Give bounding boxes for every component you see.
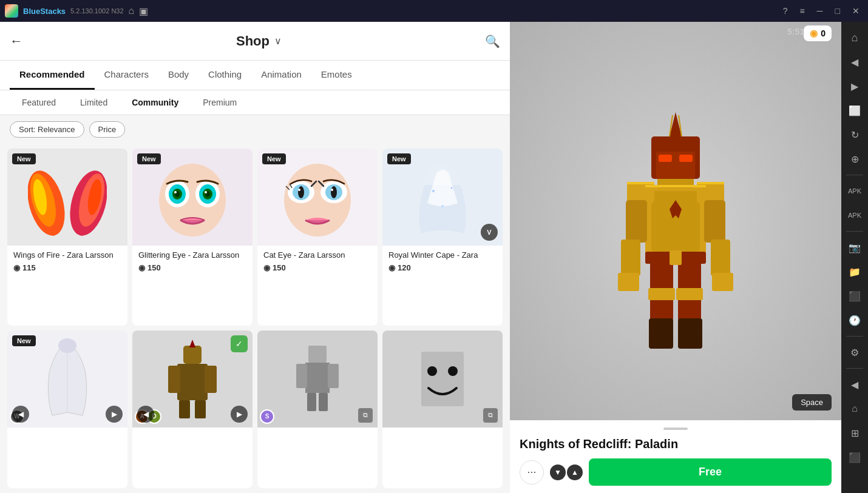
sort-bar: Sort: Relevance Price — [0, 115, 510, 144]
category-tabs: Recommended Characters Body Clothing Ani… — [0, 61, 510, 90]
product-image-2: New — [132, 149, 253, 246]
sidebar-camera-icon[interactable]: 📷 — [844, 236, 866, 258]
sidebar-folder-icon[interactable]: 📁 — [844, 261, 866, 283]
svg-point-28 — [451, 187, 453, 189]
svg-point-46 — [448, 366, 458, 376]
robux-counter-fixed: ◉ 0 — [804, 25, 832, 41]
product-name-2: Glittering Eye - Zara Larsson — [138, 250, 246, 261]
product-card-4[interactable]: New V Royal Winter Cape - Zara ◉ 120 — [382, 149, 503, 326]
svg-rect-76 — [697, 182, 724, 184]
subtab-community[interactable]: Community — [120, 90, 191, 115]
product-image-4: New V — [382, 149, 503, 246]
home-icon[interactable]: ⌂ — [129, 5, 135, 16]
sidebar-clock-icon[interactable]: 🕐 — [844, 309, 866, 331]
svg-rect-35 — [179, 400, 190, 418]
tab-characters[interactable]: Characters — [95, 61, 158, 90]
back-button[interactable]: ← — [10, 33, 23, 49]
shop-header: ← Shop ∨ 🔍 — [0, 22, 510, 61]
play-left-button-5[interactable]: ◀ — [12, 406, 29, 423]
sidebar-nav-back-icon[interactable]: ◀ — [844, 374, 866, 395]
product-card-2[interactable]: New Glittering Eye - Zara Larsson ◉ 150 — [132, 149, 253, 326]
svg-rect-72 — [679, 155, 693, 162]
dropdown-icon[interactable]: ∨ — [274, 35, 282, 47]
robux-coin-icon: ◉ — [810, 28, 818, 39]
multiinstance-icon[interactable]: ▣ — [139, 5, 148, 17]
product-card-6[interactable]: A D ✓ ◀ ▶ — [132, 330, 253, 488]
sidebar-help-icon[interactable]: ⌂ — [844, 27, 866, 49]
play-right-button-5[interactable]: ▶ — [106, 406, 123, 423]
play-left-button-6[interactable]: ◀ — [137, 406, 154, 423]
svg-rect-56 — [712, 273, 733, 291]
new-badge-2: New — [137, 153, 161, 164]
space-badge: Space — [792, 394, 832, 411]
sidebar-divider-3 — [846, 336, 863, 337]
sidebar-forward-icon[interactable]: ▶ — [844, 75, 866, 97]
tab-animation[interactable]: Animation — [251, 61, 311, 90]
tab-clothing[interactable]: Clothing — [198, 61, 251, 90]
price-value-1: 115 — [22, 263, 36, 272]
help-button[interactable]: ? — [779, 5, 792, 17]
svg-rect-32 — [177, 364, 208, 400]
svg-rect-60 — [676, 288, 703, 300]
copy-icon-7: ⧉ — [358, 408, 373, 423]
product-card-1[interactable]: New Wings of Fire - Zara Larsson ◉ 115 — [7, 149, 127, 326]
product-card-8[interactable]: ⧉ — [382, 330, 503, 488]
sidebar-tiles-icon[interactable]: ⊞ — [844, 422, 866, 444]
maximize-button[interactable]: □ — [832, 5, 844, 17]
search-button[interactable]: 🔍 — [485, 34, 500, 49]
sidebar-divider-2 — [846, 231, 863, 232]
svg-point-11 — [174, 191, 177, 193]
product-card-5[interactable]: New W ◀ ▶ — [7, 330, 127, 488]
brand-name: BlueStacks — [23, 7, 66, 16]
drag-handle — [663, 428, 688, 430]
more-options-button[interactable]: ··· — [520, 460, 544, 485]
svg-point-30 — [58, 338, 76, 353]
sidebar-home-icon[interactable]: ⌂ — [844, 398, 866, 420]
sidebar-refresh-icon[interactable]: ↻ — [844, 124, 866, 146]
sort-price-button[interactable]: Price — [89, 121, 126, 138]
sidebar-screenshot-icon[interactable]: ⬛ — [844, 446, 866, 468]
product-card-3[interactable]: New Cat Eye - Zara Larsson ◉ 150 — [257, 149, 378, 326]
minimize-button[interactable]: ─ — [813, 5, 827, 17]
checkmark-6: ✓ — [231, 335, 248, 352]
svg-rect-54 — [711, 240, 730, 276]
svg-point-24 — [331, 186, 337, 198]
sidebar-settings-icon[interactable]: ⚙ — [844, 341, 866, 363]
product-info-5 — [7, 428, 127, 441]
knight-svg — [585, 88, 767, 355]
svg-marker-37 — [189, 340, 195, 347]
subtab-featured[interactable]: Featured — [10, 90, 68, 115]
menu-button[interactable]: ≡ — [796, 5, 808, 17]
subtab-premium[interactable]: Premium — [191, 90, 249, 115]
product-name-1: Wings of Fire - Zara Larsson — [13, 250, 121, 261]
svg-point-29 — [441, 205, 444, 207]
product-price-1: ◉ 115 — [13, 263, 121, 272]
product-card-7[interactable]: S ⧉ — [257, 330, 378, 488]
tab-body[interactable]: Body — [158, 61, 198, 90]
play-right-button-6[interactable]: ▶ — [231, 406, 248, 423]
sort-relevance-button[interactable]: Sort: Relevance — [10, 121, 84, 138]
get-button[interactable]: Free — [589, 458, 832, 486]
tab-recommended[interactable]: Recommended — [10, 61, 95, 90]
svg-rect-74 — [645, 185, 706, 187]
product-price-3: ◉ 150 — [263, 263, 371, 272]
product-info-6 — [132, 428, 253, 438]
sidebar-layers-icon[interactable]: ⬛ — [844, 285, 866, 307]
tab-emotes[interactable]: Emotes — [311, 61, 362, 90]
sidebar-apk-icon[interactable]: APK — [844, 180, 866, 202]
sidebar-apk2-icon[interactable]: APK — [844, 204, 866, 226]
sidebar-globe-icon[interactable]: ⊕ — [844, 148, 866, 170]
svg-rect-52 — [704, 200, 725, 243]
svg-rect-34 — [205, 366, 217, 393]
titlebar: BlueStacks 5.2.130.1002 N32 ⌂ ▣ ? ≡ ─ □ … — [0, 0, 868, 22]
svg-point-25 — [331, 189, 333, 191]
sidebar-back-icon[interactable]: ◀ — [844, 51, 866, 73]
sidebar-screen-icon[interactable]: ⬜ — [844, 99, 866, 121]
right-sidebar: ⌂ ◀ ▶ ⬜ ↻ ⊕ APK APK 📷 📁 ⬛ 🕐 ⚙ ◀ ⌂ ⊞ ⬛ — [841, 22, 868, 493]
svg-rect-42 — [307, 393, 316, 411]
subtab-limited[interactable]: Limited — [68, 90, 120, 115]
product-image-3: New — [257, 149, 378, 246]
close-button[interactable]: ✕ — [849, 5, 863, 17]
down-arrow-1: ▼ — [550, 464, 566, 480]
shop-title: Shop — [236, 33, 270, 49]
